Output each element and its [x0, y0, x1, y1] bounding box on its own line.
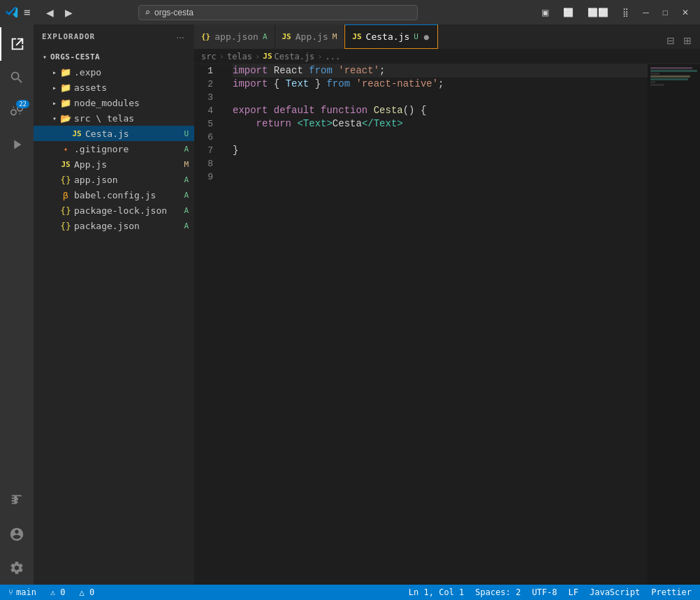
layout-sidebar-button[interactable]: ▣ — [536, 5, 555, 20]
code-line-2: import { Text } from 'react-native' ; — [233, 78, 648, 91]
status-spaces[interactable]: Spaces: 2 — [472, 587, 523, 597]
search-bar[interactable]: ⌕ — [138, 5, 418, 20]
tree-item-package-json[interactable]: {} package.json A — [34, 218, 194, 233]
status-line-col[interactable]: Ln 1, Col 1 — [406, 587, 467, 597]
folder-icon: 📁 — [60, 82, 71, 93]
activity-item-settings[interactable] — [0, 551, 34, 585]
breadcrumb-src[interactable]: src — [201, 52, 217, 61]
code-editor[interactable]: 1 2 3 4 5 6 7 8 9 import React from 'rea… — [194, 64, 700, 585]
app-json-tab-badge: A — [263, 32, 268, 41]
activity-item-account[interactable] — [0, 518, 34, 551]
package-json-label: package.json — [74, 221, 181, 231]
gitignore-file-icon: ✦ — [60, 143, 71, 154]
semicolon: ; — [379, 64, 385, 78]
tree-root-folder[interactable]: ▾ ORGS-CESTA — [34, 49, 194, 64]
code-content[interactable]: import React from 'react' ; import { Tex… — [226, 64, 648, 585]
expand-arrow-icon: ▸ — [49, 84, 60, 92]
tab-close-button[interactable]: ● — [423, 31, 430, 43]
jsx-tag-close: </Text> — [362, 117, 403, 131]
app-js-tab-badge: M — [333, 32, 337, 41]
tree-item-gitignore[interactable]: ✦ .gitignore A — [34, 141, 194, 156]
keyword-export: export — [233, 104, 268, 117]
layout-split-button[interactable]: ⬜⬜ — [582, 5, 614, 20]
source-control-badge: 22 — [16, 100, 29, 108]
tree-item-expo[interactable]: ▸ 📁 .expo — [34, 64, 194, 80]
status-warnings[interactable]: △ 0 — [77, 587, 98, 597]
line-number-1: 1 — [194, 64, 219, 78]
minimap-line — [650, 78, 688, 80]
minimize-button[interactable]: ─ — [637, 5, 655, 20]
gitignore-badge: A — [184, 145, 189, 154]
keyword-from: from — [326, 78, 350, 91]
breadcrumb-cesta-js[interactable]: JS Cesta.js — [263, 52, 314, 61]
string-react-native: 'react-native' — [356, 78, 438, 91]
breadcrumb-telas[interactable]: telas — [227, 52, 252, 61]
hamburger-menu-icon[interactable]: ≡ — [24, 6, 31, 19]
sidebar: EXPLORADOR ··· ▾ ORGS-CESTA ▸ 📁 .expo ▸ … — [34, 24, 194, 585]
line-number-7: 7 — [194, 144, 219, 157]
json-tab-icon: {} — [201, 32, 210, 41]
status-language[interactable]: JavaScript — [587, 587, 643, 597]
tab-app-js[interactable]: JS App.js M — [275, 24, 345, 49]
src-telas-folder-label: src \ telas — [74, 113, 189, 124]
tab-app-json[interactable]: {} app.json A — [194, 24, 275, 49]
layout-panel-button[interactable]: ⬜ — [557, 5, 579, 20]
minimap-content — [648, 64, 700, 89]
activity-item-extensions[interactable] — [0, 484, 34, 518]
tree-item-package-lock[interactable]: {} package-lock.json A — [34, 203, 194, 218]
code-line-8 — [233, 157, 648, 170]
code-line-7: } — [233, 144, 648, 157]
tree-item-babel-config[interactable]: β babel.config.js A — [34, 187, 194, 203]
status-branch[interactable]: ⑂ main — [6, 587, 39, 597]
language-text: JavaScript — [590, 587, 640, 597]
breadcrumb-more[interactable]: ... — [326, 52, 341, 61]
babel-config-badge: A — [184, 191, 189, 200]
close-button[interactable]: ✕ — [676, 5, 694, 20]
keyword-return: return — [256, 117, 291, 131]
line-number-8: 8 — [194, 157, 219, 170]
search-input[interactable] — [154, 8, 411, 17]
formatter-text: Prettier — [651, 587, 692, 597]
app-js-badge: M — [184, 160, 189, 169]
tree-item-src-telas[interactable]: ▾ 📂 src \ telas — [34, 110, 194, 126]
activity-item-run[interactable] — [0, 128, 34, 161]
status-formatter[interactable]: Prettier — [648, 587, 694, 597]
sidebar-more-actions-button[interactable]: ··· — [175, 30, 186, 44]
activity-item-explorer[interactable] — [0, 27, 34, 61]
split-editor-button[interactable]: ⊟ — [664, 32, 678, 49]
keyword-default: default — [274, 104, 315, 117]
tree-item-assets[interactable]: ▸ 📁 assets — [34, 80, 194, 95]
tree-item-app-json[interactable]: {} app.json A — [34, 172, 194, 187]
jsx-tag-open: <Text> — [297, 117, 332, 131]
string-react: 'react' — [338, 64, 379, 78]
tab-cesta-js-label: Cesta.js — [366, 31, 410, 42]
tab-bar: {} app.json A JS App.js M JS Cesta.js U … — [194, 24, 700, 49]
tab-cesta-js[interactable]: JS Cesta.js U ● — [344, 24, 438, 49]
collapse-arrow-icon: ▾ — [39, 53, 50, 61]
tree-item-app-js[interactable]: JS App.js M — [34, 156, 194, 172]
line-number-2: 2 — [194, 78, 219, 91]
customize-layout-button[interactable]: ⊞ — [680, 32, 694, 49]
activity-item-search[interactable] — [0, 61, 34, 94]
layout-grid-button[interactable]: ⣿ — [617, 5, 634, 20]
maximize-button[interactable]: □ — [657, 5, 673, 20]
folder-icon: 📁 — [60, 97, 71, 108]
assets-folder-label: assets — [74, 82, 186, 93]
line-number-3: 3 — [194, 91, 219, 104]
titlebar-left: ≡ — [6, 6, 31, 19]
encoding-text: UTF-8 — [532, 587, 557, 597]
status-errors[interactable]: ⚠ 0 — [48, 587, 68, 597]
nav-forward-button[interactable]: ▶ — [61, 4, 77, 21]
nav-back-button[interactable]: ◀ — [42, 4, 58, 21]
tree-item-cesta-js[interactable]: JS Cesta.js U — [34, 126, 194, 141]
minimap-line — [650, 81, 655, 83]
titlebar-right: ▣ ⬜ ⬜⬜ ⣿ ─ □ ✕ — [536, 5, 694, 20]
status-right: Ln 1, Col 1 Spaces: 2 UTF-8 LF JavaScrip… — [406, 587, 694, 597]
node-modules-folder-label: node_modules — [74, 98, 189, 108]
babel-file-icon: β — [60, 189, 71, 200]
tree-item-node-modules[interactable]: ▸ 📁 node_modules — [34, 95, 194, 110]
status-encoding[interactable]: UTF-8 — [529, 587, 560, 597]
activity-item-source-control[interactable]: 22 — [0, 94, 34, 128]
status-line-ending[interactable]: LF — [566, 587, 581, 597]
line-numbers: 1 2 3 4 5 6 7 8 9 — [194, 64, 226, 585]
